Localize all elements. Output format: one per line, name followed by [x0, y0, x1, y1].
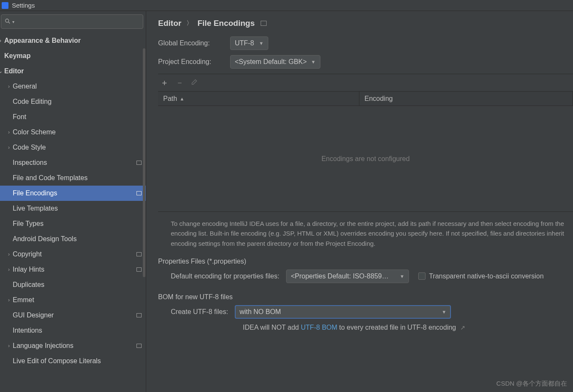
global-encoding-value: UTF-8	[235, 39, 254, 47]
tree-item-live-templates[interactable]: Live Templates	[0, 201, 146, 216]
chevron-right-icon: ›	[5, 83, 13, 89]
tree-item-code-editing[interactable]: Code Editing	[0, 94, 146, 109]
tree-item-label: Duplicates	[13, 281, 45, 289]
edit-icon[interactable]	[191, 78, 198, 87]
project-encoding-dropdown[interactable]: <System Default: GBK> ▼	[230, 55, 320, 69]
chevron-right-icon: 〉	[186, 19, 192, 27]
table-empty-text: Encodings are not configured	[321, 155, 409, 163]
external-link-icon: ↗	[460, 324, 465, 331]
chevron-down-icon: ▼	[400, 274, 404, 279]
transparent-ascii-label: Transparent native-to-ascii conversion	[429, 272, 544, 280]
chevron-down-icon: ⌄	[0, 68, 4, 74]
tree-item-emmet[interactable]: ›Emmet	[0, 292, 146, 308]
svg-line-1	[8, 22, 10, 23]
window-title: Settings	[12, 2, 35, 9]
breadcrumb-root[interactable]: Editor	[158, 19, 181, 28]
svg-point-0	[6, 19, 9, 22]
search-icon	[5, 18, 11, 25]
create-utf8-dropdown[interactable]: with NO BOM ▼	[235, 305, 451, 319]
properties-encoding-label: Default encoding for properties files:	[171, 272, 279, 280]
column-header-encoding[interactable]: Encoding	[359, 92, 573, 106]
app-icon	[2, 2, 8, 9]
properties-encoding-value: <Properties Default: ISO-8859…	[291, 272, 389, 280]
global-encoding-label: Global Encoding:	[158, 39, 230, 47]
tree-item-copyright[interactable]: ›Copyright	[0, 247, 146, 262]
tree-item-language-injections[interactable]: ›Language Injections	[0, 338, 146, 353]
project-scope-icon	[136, 161, 142, 165]
project-scope-icon	[136, 252, 142, 256]
tree-item-general[interactable]: ›General	[0, 79, 146, 94]
tree-item-color-scheme[interactable]: ›Color Scheme	[0, 125, 146, 140]
tree-item-duplicates[interactable]: Duplicates	[0, 277, 146, 292]
add-icon[interactable]: ＋	[161, 78, 168, 88]
window-titlebar: Settings	[0, 0, 573, 11]
tree-item-file-encodings[interactable]: File Encodings	[0, 186, 146, 201]
settings-content: Editor 〉 File Encodings Global Encoding:…	[146, 11, 573, 392]
tree-item-label: File Types	[13, 220, 44, 228]
encodings-toolbar: ＋ －	[158, 74, 573, 92]
chevron-right-icon: ›	[5, 297, 13, 303]
chevron-right-icon: ›	[5, 129, 13, 135]
chevron-right-icon: ›	[5, 145, 13, 150]
tree-item-font[interactable]: Font	[0, 109, 146, 125]
chevron-down-icon: ▼	[311, 59, 316, 64]
tree-item-intentions[interactable]: Intentions	[0, 323, 146, 338]
tree-item-inlay-hints[interactable]: ›Inlay Hints	[0, 262, 146, 277]
sidebar-scrollbar[interactable]	[143, 48, 145, 277]
tree-item-label: Live Edit of Compose Literals	[13, 357, 101, 365]
properties-encoding-dropdown[interactable]: <Properties Default: ISO-8859… ▼	[286, 270, 409, 283]
settings-search-input[interactable]: ▾	[1, 14, 143, 29]
tree-item-label: Emmet	[13, 296, 34, 304]
tree-item-label: GUI Designer	[13, 311, 54, 319]
tree-item-label: Inlay Hints	[13, 266, 45, 273]
tree-item-label: Editor	[4, 67, 24, 75]
tree-item-keymap[interactable]: Keymap	[0, 48, 146, 64]
encodings-table-body: Encodings are not configured	[158, 106, 573, 212]
project-encoding-label: Project Encoding:	[158, 58, 230, 66]
tree-item-editor[interactable]: ⌄Editor	[0, 64, 146, 79]
chevron-right-icon: ›	[5, 343, 13, 349]
tree-item-label: Intentions	[13, 327, 42, 334]
tree-item-android-design-tools[interactable]: Android Design Tools	[0, 231, 146, 247]
tree-item-label: Inspections	[13, 159, 47, 167]
chevron-down-icon: ▾	[12, 19, 14, 24]
utf8-bom-link[interactable]: UTF-8 BOM	[301, 324, 337, 331]
project-scope-icon	[136, 344, 142, 348]
create-utf8-value: with NO BOM	[239, 308, 281, 316]
tree-item-label: Live Templates	[13, 205, 58, 212]
chevron-right-icon: ›	[5, 267, 13, 272]
tree-item-label: Font	[13, 113, 26, 121]
help-text: To change encoding IntelliJ IDEA uses fo…	[158, 212, 573, 253]
remove-icon[interactable]: －	[176, 78, 184, 88]
tree-item-appearance-behavior[interactable]: ›Appearance & Behavior	[0, 33, 146, 48]
sort-asc-icon: ▲	[180, 96, 184, 101]
tree-item-file-types[interactable]: File Types	[0, 216, 146, 231]
breadcrumb-leaf: File Encodings	[197, 19, 255, 28]
column-header-path[interactable]: Path ▲	[158, 92, 359, 106]
tree-item-inspections[interactable]: Inspections	[0, 155, 146, 170]
tree-item-label: Code Style	[13, 144, 46, 151]
tree-item-file-and-code-templates[interactable]: File and Code Templates	[0, 170, 146, 186]
tree-item-label: General	[13, 83, 37, 90]
project-scope-icon	[136, 267, 142, 272]
transparent-ascii-checkbox[interactable]	[418, 272, 426, 280]
tree-item-label: Language Injections	[13, 342, 73, 350]
tree-item-label: Copyright	[13, 250, 42, 258]
tree-item-label: Code Editing	[13, 98, 52, 106]
properties-section-title: Properties Files (*.properties)	[158, 258, 573, 265]
bom-section-title: BOM for new UTF-8 files	[158, 293, 573, 301]
project-scope-icon	[136, 313, 142, 317]
project-encoding-value: <System Default: GBK>	[235, 58, 307, 66]
create-utf8-label: Create UTF-8 files:	[171, 308, 228, 316]
tree-item-code-style[interactable]: ›Code Style	[0, 140, 146, 155]
tree-item-label: Color Scheme	[13, 128, 56, 136]
tree-item-gui-designer[interactable]: GUI Designer	[0, 308, 146, 323]
tree-item-label: File Encodings	[13, 189, 57, 197]
tree-item-label: Keymap	[4, 52, 31, 60]
tree-item-live-edit-of-compose-literals[interactable]: Live Edit of Compose Literals	[0, 353, 146, 369]
bom-note: IDEA will NOT add UTF-8 BOM to every cre…	[158, 324, 573, 331]
global-encoding-dropdown[interactable]: UTF-8 ▼	[230, 36, 268, 50]
settings-sidebar: ▾ ›Appearance & BehaviorKeymap⌄Editor›Ge…	[0, 11, 146, 392]
chevron-right-icon: ›	[0, 38, 4, 44]
chevron-down-icon: ▼	[442, 309, 446, 314]
